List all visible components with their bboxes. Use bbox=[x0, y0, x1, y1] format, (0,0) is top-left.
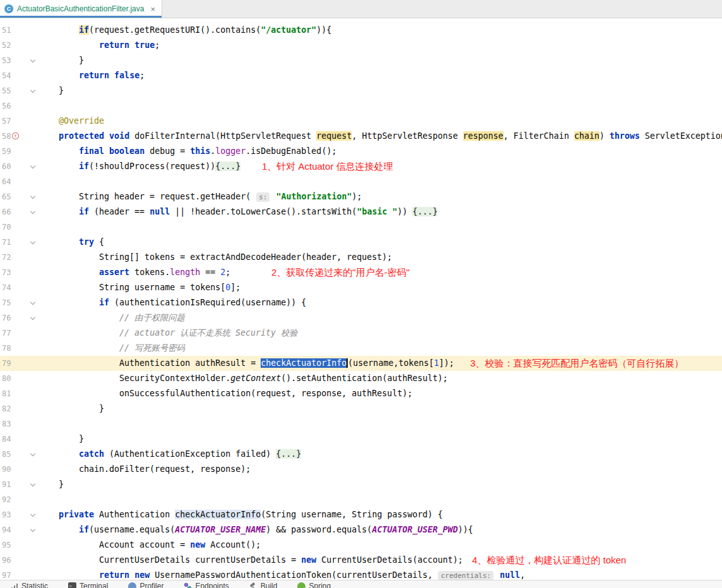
tool-window-button-statistic[interactable]: Statistic bbox=[10, 582, 48, 588]
editor-gutter[interactable]: 70 bbox=[0, 220, 38, 235]
editor-gutter[interactable]: 93 bbox=[0, 507, 38, 522]
code-text[interactable]: // 写死账号密码 bbox=[38, 341, 185, 356]
overriding-method-icon[interactable]: ↑ bbox=[12, 132, 19, 139]
editor-gutter[interactable]: 55 bbox=[0, 83, 38, 98]
code-text[interactable]: final boolean debug = this.logger.isDebu… bbox=[38, 144, 336, 159]
line-number[interactable]: 66 bbox=[2, 204, 11, 220]
editor-gutter[interactable]: 51 bbox=[0, 23, 38, 38]
line-number[interactable]: 76 bbox=[2, 310, 11, 326]
editor-gutter[interactable]: 71 bbox=[0, 235, 38, 250]
editor-gutter[interactable]: 85 bbox=[0, 447, 38, 462]
line-number[interactable]: 96 bbox=[2, 553, 11, 568]
code-text[interactable]: chain.doFilter(request, response); bbox=[38, 462, 251, 477]
fold-arrow-icon[interactable] bbox=[30, 194, 35, 199]
line-number[interactable]: 73 bbox=[2, 265, 11, 280]
code-text[interactable]: try { bbox=[38, 235, 104, 250]
editor-gutter[interactable]: 75 bbox=[0, 295, 38, 310]
line-number[interactable]: 55 bbox=[2, 83, 11, 98]
code-editor[interactable]: 51 if(request.getRequestURI().contains("… bbox=[0, 18, 722, 588]
editor-gutter[interactable]: 64 bbox=[0, 174, 38, 189]
editor-gutter[interactable]: 76 bbox=[0, 310, 38, 326]
line-number[interactable]: 71 bbox=[2, 235, 11, 250]
line-number[interactable]: 94 bbox=[2, 522, 11, 538]
code-text[interactable]: assert tokens.length == 2; bbox=[38, 265, 230, 280]
line-number[interactable]: 92 bbox=[2, 492, 11, 507]
code-text[interactable]: String username = tokens[0]; bbox=[38, 280, 240, 295]
line-number[interactable]: 82 bbox=[2, 401, 11, 416]
editor-gutter[interactable]: 92 bbox=[0, 492, 38, 507]
code-text[interactable]: protected void doFilterInternal(HttpServ… bbox=[38, 129, 722, 144]
fold-arrow-icon[interactable] bbox=[30, 57, 35, 62]
line-number[interactable]: 54 bbox=[2, 68, 11, 83]
file-tab[interactable]: C ActuatorBasicAuthenticationFilter.java… bbox=[0, 0, 162, 18]
code-text[interactable]: if (header == null || !header.toLowerCas… bbox=[38, 204, 437, 220]
fold-arrow-icon[interactable] bbox=[30, 527, 35, 532]
code-text[interactable]: // 由于权限问题 bbox=[38, 310, 185, 326]
code-text[interactable]: CurrentUserDetails currentUserDetails = … bbox=[38, 553, 463, 568]
line-number[interactable]: 81 bbox=[2, 386, 11, 401]
line-number[interactable]: 77 bbox=[2, 326, 11, 341]
line-number[interactable]: 65 bbox=[2, 189, 11, 204]
editor-gutter[interactable]: 81 bbox=[0, 386, 38, 401]
editor-gutter[interactable]: 60 bbox=[0, 159, 38, 174]
code-text[interactable]: if (authenticationIsRequired(username)) … bbox=[38, 295, 306, 310]
fold-arrow-icon[interactable] bbox=[30, 451, 35, 456]
editor-gutter[interactable]: 56 bbox=[0, 98, 38, 114]
line-number[interactable]: 53 bbox=[2, 53, 11, 68]
editor-gutter[interactable]: 95 bbox=[0, 538, 38, 553]
tool-window-button-spring[interactable]: Spring bbox=[297, 582, 331, 588]
fold-arrow-icon[interactable] bbox=[30, 209, 35, 214]
editor-gutter[interactable]: 94 bbox=[0, 522, 38, 538]
editor-gutter[interactable]: 65 bbox=[0, 189, 38, 204]
editor-gutter[interactable]: 73 bbox=[0, 265, 38, 280]
line-number[interactable]: 95 bbox=[2, 538, 11, 553]
line-number[interactable]: 79 bbox=[2, 356, 11, 371]
code-text[interactable]: // actuator 认证不走系统 Security 校验 bbox=[38, 326, 298, 341]
fold-arrow-icon[interactable] bbox=[30, 512, 35, 517]
editor-gutter[interactable]: 72 bbox=[0, 250, 38, 265]
tool-window-button-endpoints[interactable]: Endpoints bbox=[184, 582, 228, 588]
line-number[interactable]: 70 bbox=[2, 220, 11, 235]
code-text[interactable]: return true; bbox=[38, 38, 160, 53]
line-number[interactable]: 93 bbox=[2, 507, 11, 522]
code-text[interactable]: return false; bbox=[38, 68, 145, 83]
editor-gutter[interactable]: 74 bbox=[0, 280, 38, 295]
editor-gutter[interactable]: 66 bbox=[0, 204, 38, 220]
editor-gutter[interactable]: 54 bbox=[0, 68, 38, 83]
editor-gutter[interactable]: 96 bbox=[0, 553, 38, 568]
fold-arrow-icon[interactable] bbox=[30, 239, 35, 244]
editor-gutter[interactable]: 58↑ bbox=[0, 129, 38, 144]
code-text[interactable]: } bbox=[38, 53, 84, 68]
tool-window-button-terminal[interactable]: Terminal bbox=[68, 582, 108, 588]
fold-arrow-icon[interactable] bbox=[30, 300, 35, 305]
line-number[interactable]: 85 bbox=[2, 447, 11, 462]
code-text[interactable]: } bbox=[38, 83, 64, 98]
code-text[interactable]: String header = request.getHeader( s: "A… bbox=[38, 189, 362, 204]
code-text[interactable]: if(!shouldProcess(request)){...} bbox=[38, 159, 240, 174]
code-text[interactable]: if(username.equals(ACTUATOR_USER_NAME) &… bbox=[38, 522, 473, 538]
code-text[interactable]: Account account = new Account(); bbox=[38, 538, 261, 553]
code-text[interactable]: catch (AuthenticationException failed) {… bbox=[38, 447, 301, 462]
line-number[interactable]: 91 bbox=[2, 477, 11, 492]
line-number[interactable]: 72 bbox=[2, 250, 11, 265]
editor-gutter[interactable]: 82 bbox=[0, 401, 38, 416]
code-text[interactable]: } bbox=[38, 477, 64, 492]
editor-gutter[interactable]: 91 bbox=[0, 477, 38, 492]
line-number[interactable]: 80 bbox=[2, 371, 11, 386]
line-number[interactable]: 64 bbox=[2, 174, 11, 189]
code-text[interactable]: String[] tokens = extractAndDecodeHeader… bbox=[38, 250, 392, 265]
code-text[interactable]: SecurityContextHolder.getContext().setAu… bbox=[38, 371, 447, 386]
line-number[interactable]: 52 bbox=[2, 38, 11, 53]
code-text[interactable]: if(request.getRequestURI().contains("/ac… bbox=[38, 23, 331, 38]
close-tab-icon[interactable]: × bbox=[150, 5, 155, 13]
fold-arrow-icon[interactable] bbox=[30, 88, 35, 93]
line-number[interactable]: 74 bbox=[2, 280, 11, 295]
code-text[interactable]: } bbox=[38, 432, 84, 447]
tool-window-button-build[interactable]: Build bbox=[249, 582, 278, 588]
editor-gutter[interactable]: 77 bbox=[0, 326, 38, 341]
fold-arrow-icon[interactable] bbox=[30, 315, 35, 320]
editor-gutter[interactable]: 83 bbox=[0, 416, 38, 432]
editor-gutter[interactable]: 90 bbox=[0, 462, 38, 477]
editor-gutter[interactable]: 57 bbox=[0, 114, 38, 129]
editor-gutter[interactable]: 80 bbox=[0, 371, 38, 386]
